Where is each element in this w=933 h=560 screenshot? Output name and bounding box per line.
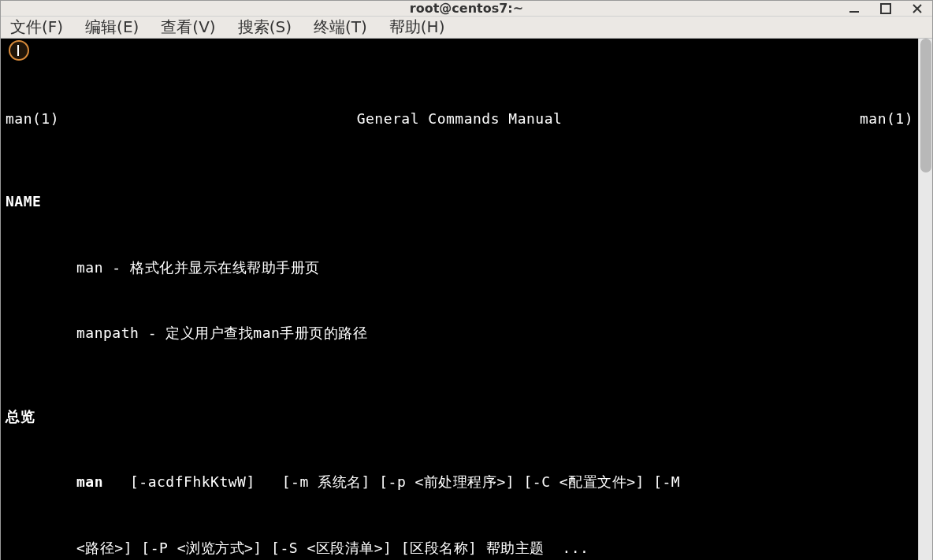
scrollbar-thumb[interactable]	[920, 39, 931, 172]
synopsis-line-2: <路径>] [-P <浏览方式>] [-S <区段清单>] [区段名称] 帮助主…	[6, 537, 913, 559]
menu-help[interactable]: 帮助(H)	[389, 17, 445, 38]
maximize-button[interactable]	[879, 2, 893, 16]
menubar: 文件(F) 编辑(E) 查看(V) 搜索(S) 终端(T) 帮助(H)	[1, 17, 932, 39]
man-ref-left: man(1)	[6, 108, 59, 130]
window-controls	[847, 1, 924, 16]
terminal-window: root@centos7:~ 文件(F) 编辑(E) 查看(V) 搜索(S) 终…	[0, 0, 933, 560]
name-line-1: man - 格式化并显示在线帮助手册页	[6, 257, 913, 279]
synopsis-line-1: manman [-acdfFhkKtwW] [-m 系统名] [-p <前处理程…	[6, 471, 913, 493]
man-ref-right: man(1)	[860, 108, 913, 130]
svg-rect-1	[881, 4, 890, 13]
close-button[interactable]	[910, 2, 924, 16]
section-name-heading: NAME	[6, 191, 913, 213]
window-title: root@centos7:~	[410, 1, 523, 16]
menu-file[interactable]: 文件(F)	[10, 17, 63, 38]
terminal-content[interactable]: man(1) General Commands Manual man(1) NA…	[1, 39, 918, 560]
menu-edit[interactable]: 编辑(E)	[85, 17, 139, 38]
menu-terminal[interactable]: 终端(T)	[314, 17, 367, 38]
man-title-center: General Commands Manual	[59, 108, 860, 130]
titlebar: root@centos7:~	[1, 1, 932, 17]
text-cursor-icon	[9, 40, 29, 61]
terminal-area: man(1) General Commands Manual man(1) NA…	[1, 39, 932, 560]
menu-search[interactable]: 搜索(S)	[238, 17, 292, 38]
menu-view[interactable]: 查看(V)	[161, 17, 215, 38]
man-header-row: man(1) General Commands Manual man(1)	[6, 108, 913, 130]
minimize-button[interactable]	[847, 2, 861, 16]
section-synopsis-heading: 总览	[6, 406, 913, 428]
name-line-2: manpath - 定义用户查找man手册页的路径	[6, 322, 913, 344]
scrollbar[interactable]	[918, 39, 932, 560]
cmd-man: man	[76, 473, 103, 490]
